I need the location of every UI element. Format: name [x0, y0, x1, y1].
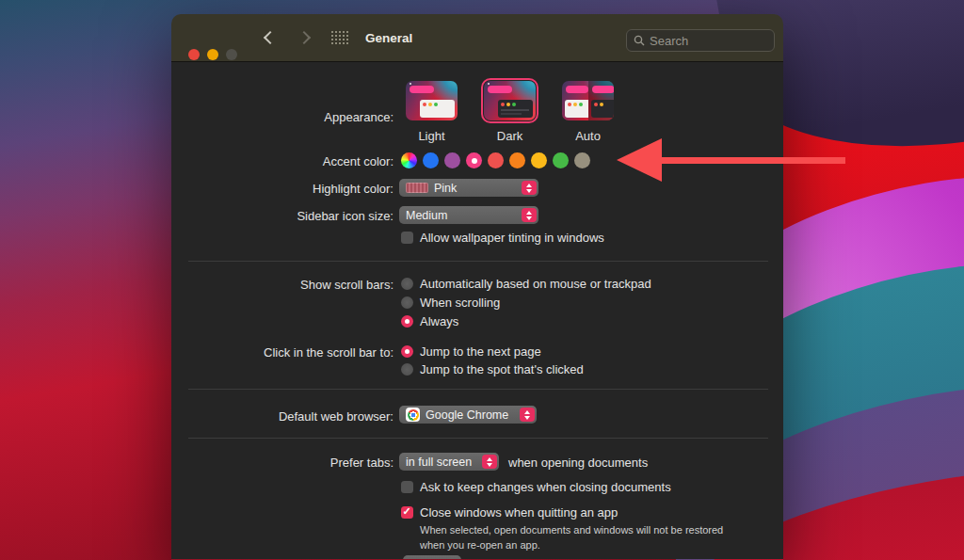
scrollbars-option-label: Automatically based on mouse or trackpad [420, 277, 651, 291]
highlight-color-dropdown[interactable]: Pink [399, 179, 538, 197]
window-titlebar[interactable]: General [171, 14, 783, 62]
close-window-button[interactable] [188, 49, 200, 60]
zoom-window-button[interactable] [226, 49, 237, 60]
scrollclick-option-label: Jump to the next page [420, 344, 541, 359]
back-button[interactable] [264, 31, 277, 44]
annotation-arrow-head-icon [617, 138, 662, 182]
dropdown-stepper-icon [520, 408, 535, 422]
accent-swatch-graphite[interactable] [574, 152, 590, 168]
appearance-option-dark[interactable]: Dark [478, 78, 541, 143]
dark-thumbnail [484, 81, 536, 120]
forward-button[interactable] [297, 31, 311, 44]
annotation-arrow-shaft [657, 157, 845, 164]
wallpaper-tinting-checkbox[interactable] [401, 232, 413, 244]
default-browser-value: Google Chrome [426, 408, 520, 422]
scrollbars-option-label: Always [420, 314, 458, 328]
appearance-label: Appearance: [171, 110, 394, 124]
prefer-tabs-value: in full screen [406, 456, 482, 469]
accent-swatch-blue[interactable] [423, 152, 439, 168]
prefer-tabs-label: Prefer tabs: [171, 456, 394, 470]
general-pane: Appearance: Light Dark [171, 62, 783, 559]
auto-thumbnail [562, 81, 614, 120]
appearance-option-auto[interactable]: Auto [556, 78, 619, 143]
scrollbars-radio-automatically[interactable] [401, 278, 413, 290]
appearance-options: Light Dark Auto [400, 78, 619, 143]
scrollbars-radio-when-scrolling[interactable] [401, 296, 413, 309]
scrollbars-option-label: When scrolling [420, 296, 500, 310]
light-thumbnail [406, 81, 458, 120]
show-all-preferences-icon[interactable] [331, 31, 348, 44]
close-windows-label: Close windows when quitting an app [420, 505, 618, 520]
appearance-option-light[interactable]: Light [400, 78, 463, 143]
appearance-option-label: Light [418, 129, 444, 143]
scrollclick-radio-next-page[interactable] [401, 345, 413, 358]
search-field[interactable] [626, 29, 775, 52]
google-chrome-icon [406, 408, 420, 422]
wallpaper-tinting-label: Allow wallpaper tinting in windows [420, 231, 604, 245]
show-scroll-bars-label: Show scroll bars: [171, 278, 394, 292]
recent-items-dropdown-clipped[interactable] [403, 555, 461, 559]
desktop: General Appearance: Light [0, 0, 964, 560]
sidebar-icon-size-value: Medium [406, 209, 522, 222]
accent-swatch-purple[interactable] [444, 152, 460, 168]
page-title: General [365, 31, 412, 45]
sidebar-icon-size-dropdown[interactable]: Medium [399, 206, 538, 224]
close-windows-note: When selected, open documents and window… [420, 523, 745, 553]
prefer-tabs-suffix: when opening documents [508, 456, 648, 470]
search-icon [634, 35, 645, 46]
scrollclick-radio-spot-clicked[interactable] [401, 363, 413, 376]
sidebar-icon-size-label: Sidebar icon size: [171, 209, 394, 223]
accent-swatch-orange[interactable] [509, 152, 525, 168]
scrollbars-radio-always[interactable] [401, 315, 413, 328]
appearance-option-label: Auto [575, 129, 601, 143]
highlight-color-value: Pink [434, 182, 522, 195]
prefer-tabs-dropdown[interactable]: in full screen [399, 453, 499, 471]
accent-swatch-green[interactable] [553, 152, 569, 168]
scrollclick-option-label: Jump to the spot that's clicked [420, 362, 584, 376]
minimize-window-button[interactable] [207, 49, 218, 60]
ask-keep-changes-label: Ask to keep changes when closing documen… [420, 480, 671, 494]
default-browser-dropdown[interactable]: Google Chrome [399, 406, 537, 424]
section-divider [188, 389, 768, 390]
ask-keep-changes-checkbox[interactable] [401, 481, 413, 493]
accent-swatch-pink[interactable] [466, 152, 482, 168]
accent-swatch-multicolor[interactable] [401, 152, 417, 168]
accent-swatch-yellow[interactable] [531, 152, 547, 168]
default-browser-label: Default web browser: [171, 409, 394, 424]
close-windows-checkbox[interactable] [401, 506, 413, 519]
accent-color-swatches [401, 152, 590, 168]
section-divider [188, 261, 768, 262]
highlight-color-swatch [406, 183, 428, 193]
highlight-color-label: Highlight color: [171, 182, 394, 196]
section-divider [188, 438, 768, 439]
appearance-option-label: Dark [497, 129, 522, 143]
click-scroll-bar-label: Click in the scroll bar to: [171, 345, 394, 360]
dropdown-stepper-icon [482, 455, 497, 469]
dropdown-stepper-icon [522, 181, 537, 195]
accent-swatch-red[interactable] [488, 152, 504, 168]
accent-color-label: Accent color: [171, 154, 394, 168]
search-input[interactable] [650, 34, 753, 48]
system-preferences-window: General Appearance: Light [171, 14, 783, 560]
dropdown-stepper-icon [522, 208, 537, 222]
